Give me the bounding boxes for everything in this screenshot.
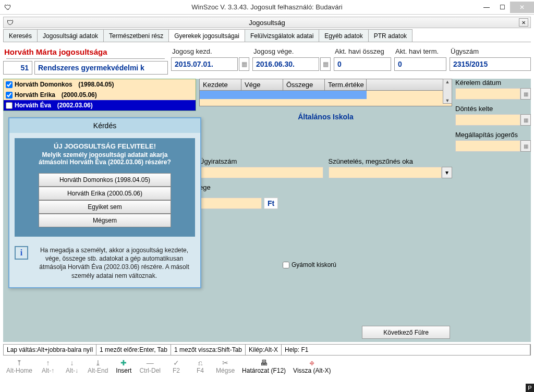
f4-button[interactable]: ⎌F4	[189, 358, 212, 375]
table-scrollbar[interactable]: ▲ ▼	[443, 79, 452, 104]
tab-kereses[interactable]: Keresés	[3, 29, 38, 42]
corner-badge: P	[526, 384, 534, 392]
dialog-heading: ÚJ JOGOSULTSÁG FELVITELE!	[19, 142, 191, 150]
status-hint: Help: F1	[282, 345, 530, 355]
school-label: Általános Iskola	[199, 113, 452, 121]
amount-label-partial: ege	[199, 183, 452, 191]
col-term[interactable]: Term.értéke	[325, 79, 367, 90]
tabs: Keresés Jogosultsági adatok Természetben…	[3, 29, 531, 42]
list-item[interactable]: Horváth Éva (2002.03.06)	[4, 100, 196, 111]
case-no-label: Ügyiratszám	[199, 157, 323, 167]
decision-date-label: Döntés kelte	[455, 105, 493, 113]
f2-button[interactable]: ✓F2	[165, 358, 188, 375]
col-vege[interactable]: Vége	[241, 79, 283, 90]
dialog-option-cancel[interactable]: Mégsem	[39, 214, 171, 227]
month-term-label: Akt. havi term.	[394, 44, 446, 57]
subwindow-close-button[interactable]: ✕	[519, 18, 528, 27]
decision-date-picker[interactable]: ▦	[520, 114, 531, 126]
app-icon: 🛡	[4, 3, 11, 11]
dialog-option-domonkos[interactable]: Horváth Domonkos (1998.04.05)	[39, 173, 171, 187]
scroll-down-icon[interactable]: ▼	[445, 98, 450, 103]
exit-icon: ⎆	[310, 359, 314, 367]
list-item[interactable]: Horváth Erika (2000.05.06)	[4, 90, 196, 100]
cut-icon: ✂	[222, 359, 228, 367]
dialog-option-erika[interactable]: Horváth Erika (2000.05.06)	[39, 187, 171, 200]
col-osszege[interactable]: Összege	[283, 79, 325, 90]
dialog-question: Melyik személy jogosultsági adatait akar…	[19, 151, 191, 166]
home-icon: ⤒	[16, 359, 22, 367]
close-button[interactable]: ✕	[510, 2, 534, 13]
list-item[interactable]: Horváth Domonkos (1998.04.05)	[4, 79, 196, 90]
end-icon: ⤓	[95, 359, 101, 367]
start-date-picker[interactable]: ▦	[239, 57, 249, 71]
entitlement-title: Horváth Márta jogosultsága	[3, 44, 168, 58]
decision-button[interactable]: 🖶Határozat (F12)	[239, 358, 289, 375]
case-no-input[interactable]	[199, 167, 323, 178]
type-field[interactable]: Rendszeres gyermekvédelmi k	[34, 61, 168, 75]
month-term-field[interactable]: 0	[394, 57, 446, 71]
final-date-picker[interactable]: ▦	[520, 140, 531, 152]
plus-icon: ✚	[120, 359, 127, 367]
tab-ptr[interactable]: PTR adatok	[368, 29, 412, 42]
ward-minor-checkbox[interactable]	[283, 262, 289, 268]
person-checkbox[interactable]	[6, 92, 13, 99]
delete-button[interactable]: —Ctrl-Del	[136, 358, 164, 375]
end-label: Jogosg vége.	[252, 44, 331, 57]
cancel-button[interactable]: ✂Mégse	[213, 358, 238, 375]
combo-dropdown-icon[interactable]: ▾	[442, 167, 452, 178]
person-checkbox[interactable]	[6, 81, 13, 88]
start-label: Jogosg kezd.	[171, 44, 249, 57]
dialog-option-none[interactable]: Egyiket sem	[39, 200, 171, 214]
tab-gyerekek[interactable]: Gyerekek jogosultságai	[168, 29, 245, 42]
subwindow-title: Jogosultság	[249, 19, 285, 27]
amount-input[interactable]	[199, 198, 262, 209]
month-amount-field[interactable]: 0	[334, 57, 391, 71]
request-date-input[interactable]	[455, 88, 520, 100]
subwindow-icon: 🛡	[7, 19, 14, 27]
end-date-picker[interactable]: ▦	[320, 57, 331, 71]
start-date-field[interactable]: 2015.07.01.	[171, 57, 238, 71]
ward-minor-label: Gyámolt kiskorú	[292, 261, 336, 268]
nav-down-button[interactable]: ↓Alt-↓	[60, 358, 83, 375]
next-tab-button[interactable]: Következő Fülre	[362, 326, 450, 339]
nav-home-button[interactable]: ⤒Alt-Home	[3, 358, 35, 375]
final-date-label: Megállapítás jogerős	[455, 131, 518, 139]
status-hint: 1 mezőt vissza:Shift-Tab	[171, 345, 246, 355]
person-list: Horváth Domonkos (1998.04.05) Horváth Er…	[3, 79, 196, 111]
subwindow-header: 🛡 Jogosultság ✕	[3, 17, 531, 28]
question-dialog: Kérdés ÚJ JOGOSULTSÁG FELVITELE! Melyik …	[8, 117, 201, 288]
up-icon: ↑	[46, 359, 50, 367]
currency-label: Ft	[264, 198, 278, 209]
person-checkbox[interactable]	[6, 102, 13, 109]
maximize-button[interactable]: ☐	[494, 2, 510, 13]
tab-jogosultsagi[interactable]: Jogosultsági adatok	[37, 29, 104, 42]
nav-up-button[interactable]: ↑Alt-↑	[37, 358, 59, 375]
nav-end-button[interactable]: ⤓Alt-End	[84, 358, 111, 375]
request-date-picker[interactable]: ▦	[520, 88, 531, 100]
info-icon: i	[15, 246, 28, 260]
case-number-field[interactable]: 2315/2015	[450, 57, 531, 71]
child-table-body[interactable]	[199, 91, 452, 106]
col-kezdete[interactable]: Kezdete	[200, 79, 241, 90]
scroll-up-icon[interactable]: ▲	[445, 79, 450, 84]
month-amount-label: Akt. havi összeg	[334, 44, 391, 57]
back-button[interactable]: ⎆Vissza (Alt-X)	[290, 358, 334, 375]
tab-termeszetbeni[interactable]: Természetbeni rész	[103, 29, 169, 42]
status-hint: Kilép:Alt-X	[246, 345, 282, 355]
dialog-info-text: Ha megadja a személyt, akkor a jogosults…	[33, 246, 195, 280]
insert-button[interactable]: ✚Insert	[112, 358, 135, 375]
pause-reason-label: Szünetelés, megszűnés oka	[329, 157, 453, 167]
child-table-header: Kezdete Vége Összege Term.értéke	[199, 79, 452, 91]
minimize-button[interactable]: —	[479, 2, 494, 13]
tab-felulvizsgalatok[interactable]: Felülvizsgálatok adatai	[245, 29, 319, 42]
tab-egyeb[interactable]: Egyéb adatok	[319, 29, 368, 42]
final-date-input[interactable]	[455, 140, 520, 152]
print-icon: 🖶	[260, 359, 268, 367]
decision-date-input[interactable]	[455, 114, 520, 126]
pause-reason-combo[interactable]	[329, 167, 442, 178]
status-hint: Lap váltás:Alt+jobbra-balra nyíl	[4, 345, 96, 355]
id-field[interactable]: 51	[3, 61, 32, 75]
end-date-field[interactable]: 2016.06.30.	[252, 57, 319, 71]
status-bar: Lap váltás:Alt+jobbra-balra nyíl 1 mezőt…	[3, 344, 531, 356]
down-icon: ↓	[70, 359, 74, 367]
